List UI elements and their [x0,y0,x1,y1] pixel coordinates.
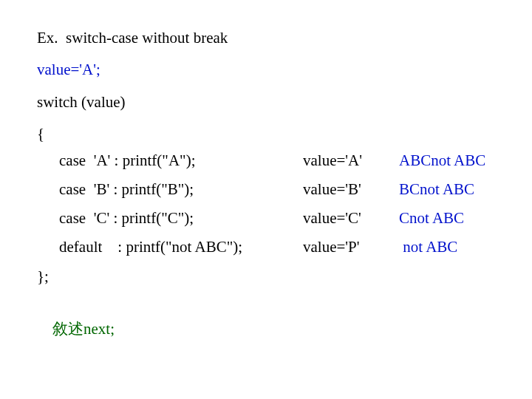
case-output: Cnot ABC [399,209,532,228]
case-cond: value='C' [303,209,399,228]
case-code: case 'B' : printf("B"); [37,180,303,199]
brace-close: }; [37,267,532,287]
title: Ex. switch-case without break [37,28,532,48]
next-label-rest: next; [83,320,115,338]
case-cond: value='P' [303,238,399,256]
next-label-cjk: 敘述 [52,320,83,338]
case-output: BCnot ABC [399,180,532,199]
case-rows: case 'A' : printf("A"); value='A' ABCnot… [37,151,532,256]
case-row: default : printf("not ABC"); value='P' n… [37,238,532,256]
case-row: case 'B' : printf("B"); value='B' BCnot … [37,180,532,199]
stmt-value: value='A'; [37,60,532,80]
case-row: case 'A' : printf("A"); value='A' ABCnot… [37,151,532,170]
case-cond: value='A' [303,151,399,170]
case-code: case 'C' : printf("C"); [37,209,303,228]
case-row: case 'C' : printf("C"); value='C' Cnot A… [37,209,532,228]
case-output: not ABC [399,238,532,256]
case-output: ABCnot ABC [399,151,532,170]
brace-open: { [37,124,532,144]
case-cond: value='B' [303,180,399,199]
next-statement: 敘述next; [37,299,532,359]
slide: Ex. switch-case without break value='A';… [0,0,532,399]
stmt-switch: switch (value) [37,92,532,112]
case-code: case 'A' : printf("A"); [37,151,303,170]
case-code: default : printf("not ABC"); [37,238,303,256]
